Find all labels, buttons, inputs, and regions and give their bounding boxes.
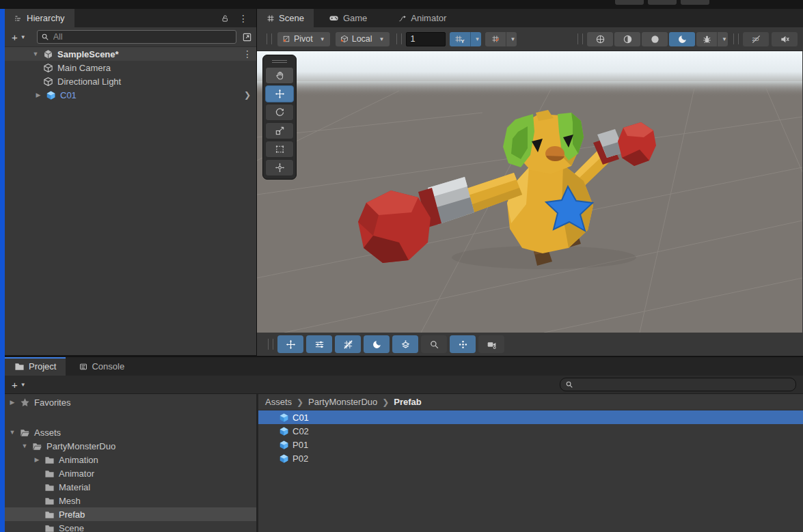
- foldout-closed-icon[interactable]: ▶: [8, 399, 17, 406]
- tree-item-assets[interactable]: ▼ Assets: [5, 425, 256, 439]
- lock-icon[interactable]: [221, 14, 229, 23]
- gameobject-icon: [43, 76, 53, 87]
- drag-handle[interactable]: [268, 339, 273, 350]
- tab-scene[interactable]: Scene: [257, 9, 314, 27]
- scene-bottom-toolbar: [257, 333, 803, 356]
- add-object-button[interactable]: +▼: [9, 31, 29, 43]
- tab-game[interactable]: Game: [319, 9, 377, 27]
- grid-axis-label: Y: [461, 38, 464, 44]
- add-asset-button[interactable]: +▼: [9, 379, 29, 391]
- tree-item-folder[interactable]: Mesh: [5, 494, 256, 507]
- tab-animator[interactable]: Animator: [389, 9, 456, 27]
- tree-item-folder[interactable]: Animator: [5, 466, 256, 480]
- file-row[interactable]: C02: [258, 424, 803, 438]
- view-tool-button[interactable]: [265, 67, 294, 84]
- chevron-down-icon: ▼: [511, 36, 516, 42]
- overlay-drag-handle[interactable]: [265, 57, 294, 66]
- kebab-menu-icon[interactable]: ⋮: [234, 13, 252, 24]
- toolbar-stub-button[interactable]: [648, 0, 677, 5]
- tab-label: Animator: [411, 13, 446, 23]
- breadcrumb-item[interactable]: PartyMonsterDuo: [308, 397, 377, 407]
- rotate-tool-button[interactable]: [265, 104, 294, 121]
- tab-project[interactable]: Project: [5, 357, 66, 376]
- rect-tool-button[interactable]: [265, 141, 294, 158]
- drag-handle[interactable]: [396, 33, 402, 44]
- file-row[interactable]: P01: [258, 438, 803, 451]
- debug-dropdown[interactable]: ▼: [696, 32, 728, 46]
- particles-toggle-button[interactable]: [450, 335, 476, 353]
- audio-mute-icon: [780, 34, 790, 44]
- foldout-closed-icon[interactable]: ▶: [32, 456, 42, 463]
- pick-window-icon[interactable]: [242, 32, 252, 42]
- transform-tool-button[interactable]: [265, 159, 294, 176]
- hierarchy-panel: Hierarchy ⋮ +▼ ▼ SampleScene* ⋮: [5, 9, 256, 355]
- toolbar-stub-button[interactable]: [615, 0, 644, 5]
- scene-3d-view: [257, 51, 802, 333]
- scene-lighting-button[interactable]: [669, 32, 695, 46]
- tab-hierarchy[interactable]: Hierarchy: [5, 9, 74, 27]
- filled-circle-button[interactable]: [642, 32, 668, 46]
- pivot-mode-dropdown[interactable]: Pivot ▼: [277, 32, 330, 46]
- move-overlay-button[interactable]: [277, 335, 303, 353]
- grid-snap-dropdown[interactable]: Y ▼: [450, 32, 481, 46]
- 2d-view-button[interactable]: [743, 32, 769, 46]
- gamepad-icon: [329, 13, 339, 23]
- hierarchy-item[interactable]: Main Camera: [5, 61, 256, 74]
- search-icon: [429, 339, 439, 350]
- tree-item-folder[interactable]: Scene: [5, 521, 256, 532]
- render-settings-button[interactable]: [306, 335, 332, 353]
- foldout-open-icon[interactable]: ▼: [31, 51, 40, 57]
- shaded-sphere-button[interactable]: [587, 32, 613, 46]
- search-tool-button[interactable]: [421, 335, 447, 353]
- drag-handle[interactable]: [267, 33, 272, 44]
- audio-mute-button[interactable]: [772, 32, 798, 46]
- transform-icon: [275, 163, 285, 173]
- drag-handle[interactable]: [733, 33, 739, 44]
- project-search[interactable]: [560, 378, 796, 391]
- grid-visual-dropdown[interactable]: ▼: [485, 32, 517, 46]
- folder-icon: [44, 482, 55, 492]
- foldout-open-icon[interactable]: ▼: [8, 429, 17, 436]
- orientation-dropdown[interactable]: Local ▼: [336, 32, 390, 46]
- scale-tool-button[interactable]: [265, 122, 294, 139]
- hierarchy-item-prefab[interactable]: ▶ C01 ❯: [5, 88, 256, 102]
- tree-item-folder-selected[interactable]: Prefab: [5, 507, 256, 521]
- tab-label: Project: [29, 361, 56, 372]
- file-row-selected[interactable]: C01: [258, 410, 803, 424]
- project-panel: Project Console +▼ ▶ Favorites: [5, 357, 803, 532]
- scene-viewport[interactable]: [257, 51, 802, 333]
- toolbar-stub-button[interactable]: [681, 0, 709, 5]
- breadcrumb-item-current[interactable]: Prefab: [394, 397, 421, 407]
- tree-item-folder[interactable]: Material: [5, 480, 256, 494]
- project-search-input[interactable]: [577, 379, 791, 390]
- tree-item-folder[interactable]: ▶ Animation: [5, 453, 256, 466]
- layers-toggle-button[interactable]: [392, 335, 418, 353]
- hierarchy-search[interactable]: [37, 30, 236, 44]
- tree-label: Prefab: [57, 509, 85, 520]
- half-sphere-button[interactable]: [614, 32, 640, 46]
- foldout-open-icon[interactable]: ▼: [20, 443, 29, 449]
- hierarchy-search-input[interactable]: [52, 31, 232, 42]
- lighting-toggle-button[interactable]: [364, 335, 390, 353]
- desktop-edge: [0, 9, 5, 532]
- tree-item-favorites[interactable]: ▶ Favorites: [5, 395, 256, 409]
- kebab-menu-icon[interactable]: ⋮: [239, 48, 256, 59]
- scene-row[interactable]: ▼ SampleScene* ⋮: [5, 47, 256, 61]
- drag-handle[interactable]: [577, 33, 583, 44]
- scene-panel: Scene Game Animator Pivot ▼ Local ▼: [256, 9, 803, 355]
- file-row[interactable]: P02: [258, 451, 803, 465]
- tab-label: Hierarchy: [27, 13, 65, 23]
- breadcrumb-item[interactable]: Assets: [265, 397, 292, 407]
- chevron-down-icon: ▼: [21, 34, 26, 40]
- hierarchy-item[interactable]: Directional Light: [5, 74, 256, 88]
- folder-icon: [44, 468, 55, 479]
- prefab-open-chevron-icon[interactable]: ❯: [244, 90, 256, 100]
- move-tool-button[interactable]: [265, 85, 294, 102]
- tab-console[interactable]: Console: [70, 357, 134, 376]
- tree-item-folder[interactable]: ▼ PartyMonsterDuo: [5, 439, 256, 453]
- camera-tool-button[interactable]: [478, 335, 504, 353]
- foldout-closed-icon[interactable]: ▶: [33, 92, 43, 98]
- grid-toggle-button[interactable]: [335, 335, 361, 353]
- hierarchy-tree: ▼ SampleScene* ⋮ Main Camera Directional…: [5, 47, 256, 102]
- grid-size-field[interactable]: [406, 32, 446, 46]
